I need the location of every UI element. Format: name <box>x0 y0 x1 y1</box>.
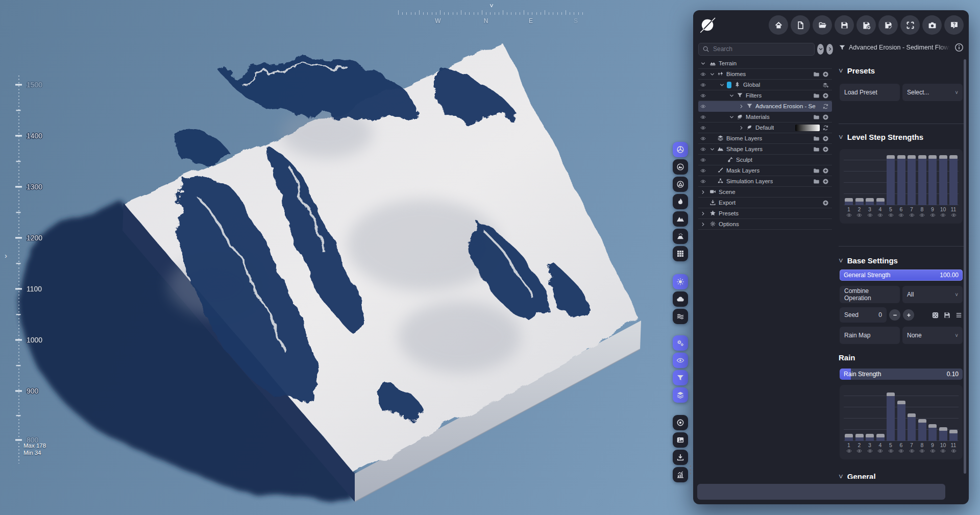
save-seed-icon[interactable] <box>943 311 951 319</box>
folder-icon[interactable] <box>813 167 820 174</box>
mountain-tool[interactable] <box>673 211 688 227</box>
folder-icon[interactable] <box>813 178 820 185</box>
chart-bar[interactable] <box>897 401 905 441</box>
chart-bar[interactable] <box>876 434 885 441</box>
layers-plus-icon[interactable] <box>822 82 829 88</box>
color-chip[interactable] <box>727 82 731 88</box>
snapshot-tool[interactable] <box>673 432 688 448</box>
eye-icon[interactable] <box>949 448 958 454</box>
section-level-steps[interactable]: ˅ Level Step Strengths <box>839 133 923 141</box>
panel-resize-handle[interactable] <box>690 465 691 474</box>
eye-icon[interactable] <box>700 82 706 88</box>
chevron-right-icon[interactable] <box>700 222 706 227</box>
load-preset-dropdown[interactable]: Select... ˅ <box>902 84 963 101</box>
chevron-down-icon[interactable] <box>729 93 734 99</box>
tree-row[interactable]: Global <box>698 80 832 90</box>
tree-row[interactable]: Scene <box>698 187 832 198</box>
chevron-down-icon[interactable] <box>719 82 725 88</box>
eye-icon[interactable] <box>855 448 864 454</box>
chevron-right-icon[interactable] <box>739 104 744 109</box>
camera-button[interactable] <box>922 15 942 35</box>
chart-bar[interactable] <box>887 393 895 441</box>
chart-bar[interactable] <box>908 413 916 441</box>
combine-operation-dropdown[interactable]: All ˅ <box>902 286 963 303</box>
seed-decrement-button[interactable] <box>889 309 900 321</box>
section-presets[interactable]: ˅ Presets <box>839 66 875 75</box>
info-icon[interactable] <box>954 43 964 52</box>
rain-strength-slider[interactable]: Rain Strength 0.10 <box>840 369 963 380</box>
compass-ruler[interactable]: ˅ WNES <box>393 2 592 24</box>
plus-icon[interactable] <box>822 178 829 185</box>
seed-increment-button[interactable] <box>903 309 914 321</box>
seed-field[interactable]: Seed 0 <box>840 307 887 323</box>
chart-bar[interactable] <box>928 155 937 205</box>
seed-history-icon[interactable] <box>955 311 963 319</box>
open-folder-button[interactable] <box>813 15 832 35</box>
eye-icon[interactable] <box>887 212 895 218</box>
gradient-swatch[interactable] <box>795 125 820 131</box>
erosion-tool[interactable] <box>673 194 688 209</box>
plus-icon[interactable] <box>822 167 829 174</box>
plus-icon[interactable] <box>822 92 829 99</box>
filters-toggle[interactable] <box>673 370 688 385</box>
chart-bar[interactable] <box>918 419 926 441</box>
chart-bar[interactable] <box>918 155 926 205</box>
eye-icon[interactable] <box>700 179 706 184</box>
export-tool[interactable] <box>673 450 688 465</box>
chevron-down-icon[interactable] <box>700 61 706 66</box>
eye-icon[interactable] <box>845 212 853 218</box>
folder-icon[interactable] <box>813 92 820 99</box>
chevron-down-icon[interactable] <box>729 114 734 120</box>
general-strength-slider[interactable]: General Strength 100.00 <box>840 269 963 281</box>
section-general[interactable]: ˅ General <box>839 472 876 479</box>
visibility-toggle[interactable] <box>673 353 688 368</box>
folder-icon[interactable] <box>813 146 820 153</box>
tree-row[interactable]: Default <box>698 122 832 133</box>
refresh-icon[interactable] <box>822 103 829 110</box>
chevron-down-icon[interactable] <box>709 71 715 77</box>
chevron-down-icon[interactable] <box>709 146 715 152</box>
save-edit-button[interactable] <box>878 15 898 35</box>
chart-bar[interactable] <box>897 155 905 205</box>
folder-icon[interactable] <box>813 135 820 142</box>
auto-settings-toggle[interactable] <box>673 335 688 351</box>
folder-icon[interactable] <box>813 71 820 78</box>
rock-view-tool[interactable] <box>673 177 688 192</box>
tree-row[interactable]: Biome Layers <box>698 133 832 144</box>
eye-icon[interactable] <box>939 212 947 218</box>
rain-map-dropdown[interactable]: None ˅ <box>902 327 963 344</box>
tree-row[interactable]: Biomes <box>698 69 832 80</box>
tree-row[interactable]: Filters <box>698 90 832 101</box>
navigate-tool[interactable] <box>673 142 688 157</box>
chart-bar[interactable] <box>845 434 853 441</box>
dice-icon[interactable] <box>932 311 939 319</box>
tree-row[interactable]: Shape Layers <box>698 144 832 155</box>
eye-icon[interactable] <box>855 212 864 218</box>
reload-cycle-button[interactable] <box>900 15 920 35</box>
eye-icon[interactable] <box>918 212 926 218</box>
chevron-right-icon[interactable] <box>700 189 706 195</box>
new-file-button[interactable] <box>791 15 810 35</box>
eye-icon[interactable] <box>928 448 937 454</box>
chart-bar[interactable] <box>887 155 895 205</box>
search-input[interactable] <box>712 45 811 53</box>
eye-icon[interactable] <box>700 125 706 131</box>
grid-tool[interactable] <box>673 246 688 261</box>
expand-panel-button[interactable] <box>826 44 833 55</box>
eye-icon[interactable] <box>908 448 916 454</box>
chart-bar[interactable] <box>855 198 864 205</box>
tree-row[interactable]: Sculpt <box>698 155 832 165</box>
chart-bar[interactable] <box>866 198 874 205</box>
eye-icon[interactable] <box>866 212 874 218</box>
chart-bar[interactable] <box>866 434 874 441</box>
focus-tool[interactable] <box>673 415 688 430</box>
plus-icon[interactable] <box>822 200 829 206</box>
plus-icon[interactable] <box>822 146 829 153</box>
rain-chart[interactable]: 1234567891011 <box>840 385 963 459</box>
chart-bar[interactable] <box>845 198 853 205</box>
eye-icon[interactable] <box>845 448 853 454</box>
eye-icon[interactable] <box>700 168 706 174</box>
eye-icon[interactable] <box>876 212 885 218</box>
eye-icon[interactable] <box>700 104 706 109</box>
home-button[interactable] <box>769 15 788 35</box>
